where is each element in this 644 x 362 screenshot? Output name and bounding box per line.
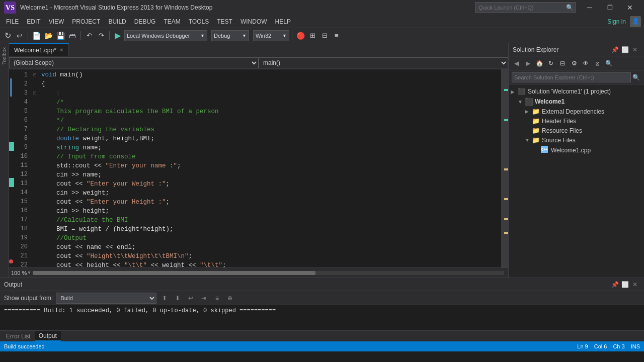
se-show-all-btn[interactable]: 👁 bbox=[580, 58, 591, 69]
collapse-btn-3[interactable]: ⊟ bbox=[31, 88, 38, 98]
debugger-chevron-icon: ▼ bbox=[200, 33, 205, 38]
toolbar-btn1[interactable]: ⊞ bbox=[307, 30, 318, 41]
bottom-tab-bar: Error List Output bbox=[0, 330, 644, 341]
toolbox-tab[interactable]: Toolbox bbox=[1, 45, 8, 66]
menu-item-test[interactable]: TEST bbox=[213, 17, 236, 27]
output-float-btn[interactable]: ⬜ bbox=[620, 280, 630, 290]
breakpoints-button[interactable]: 🔴 bbox=[295, 30, 306, 41]
bottom-panel: Output 📌 ⬜ ✕ Show output from: Build ⬆ ⬇… bbox=[0, 278, 644, 330]
se-refresh-btn[interactable]: ↻ bbox=[545, 58, 556, 69]
se-float-button[interactable]: ⬜ bbox=[620, 45, 630, 55]
folder-label: Resource Files bbox=[542, 127, 582, 134]
minimize-button[interactable]: ─ bbox=[580, 0, 600, 15]
zoom-value: 100 % bbox=[11, 270, 27, 276]
sign-in-link[interactable]: Sign in bbox=[603, 17, 630, 27]
search-area: 🔍 bbox=[475, 2, 576, 13]
menu-item-help[interactable]: HELP bbox=[271, 17, 295, 27]
tree-item-resource-files[interactable]: 📁 Resource Files bbox=[509, 126, 644, 135]
tree-item-solution[interactable]: ▶ ⬛ Solution 'Welcome1' (1 project) bbox=[509, 86, 644, 97]
output-tab-btn[interactable]: Output bbox=[35, 331, 61, 341]
tree-item-external-deps[interactable]: ▶ 📁 External Dependencies bbox=[509, 107, 644, 116]
debugger-dropdown[interactable]: Local Windows Debugger ▼ bbox=[124, 30, 207, 41]
se-home-btn[interactable]: 🏠 bbox=[534, 58, 545, 69]
folder-icon: 📁 bbox=[532, 127, 540, 134]
se-fwd-btn[interactable]: ▶ bbox=[522, 58, 533, 69]
ln-status: Ln 9 bbox=[577, 343, 588, 349]
se-pin-button[interactable]: 📌 bbox=[610, 45, 620, 55]
file-label: Welcome1.cpp bbox=[551, 147, 591, 154]
menu-item-build[interactable]: BUILD bbox=[104, 17, 130, 27]
code-content[interactable]: void main() { │ /* This program calculat… bbox=[38, 69, 501, 267]
quick-launch-input[interactable] bbox=[475, 2, 576, 13]
save-button[interactable]: 💾 bbox=[55, 30, 66, 41]
search-icon: 🔍 bbox=[566, 4, 574, 11]
refresh-button[interactable]: ↻ bbox=[2, 30, 13, 41]
config-dropdown[interactable]: Debug ▼ bbox=[211, 30, 249, 41]
vs-logo: VS bbox=[4, 2, 16, 14]
tab-close-icon[interactable]: ✕ bbox=[59, 47, 63, 53]
output-btn2[interactable]: ⬇ bbox=[173, 293, 183, 303]
output-btn6[interactable]: ⊕ bbox=[225, 293, 235, 303]
tree-item-header-files[interactable]: 📁 Header Files bbox=[509, 116, 644, 126]
menu-item-debug[interactable]: DEBUG bbox=[130, 17, 160, 27]
toolbar-btn3[interactable]: ≡ bbox=[331, 30, 342, 41]
menu-item-edit[interactable]: EDIT bbox=[23, 17, 44, 27]
menu-item-project[interactable]: PROJECT bbox=[68, 17, 104, 27]
status-bar: Build succeeded Ln 9 Col 6 Ch 3 INS bbox=[0, 341, 644, 351]
zoom-chevron-icon: ▼ bbox=[28, 270, 30, 276]
col-status: Col 6 bbox=[594, 343, 607, 349]
se-close-button[interactable]: ✕ bbox=[630, 45, 640, 55]
collapse-btn-1[interactable]: ⊟ bbox=[31, 70, 38, 79]
tree-item-source-files[interactable]: ▼ 📁 Source Files bbox=[509, 135, 644, 145]
output-close-btn[interactable]: ✕ bbox=[630, 280, 640, 290]
tab-bar: Welcome1.cpp* ✕ bbox=[9, 43, 508, 56]
output-btn3[interactable]: ↩ bbox=[186, 293, 196, 303]
se-filter-btn[interactable]: ⧖ bbox=[592, 58, 603, 69]
menu-item-file[interactable]: FILE bbox=[2, 17, 23, 27]
file-cpp-icon: C++ bbox=[541, 146, 549, 154]
toolbar-btn2[interactable]: ⊟ bbox=[319, 30, 330, 41]
output-btn4[interactable]: ⇥ bbox=[199, 293, 209, 303]
main-content: Toolbox Welcome1.cpp* ✕ (Global Scope) m… bbox=[0, 43, 644, 278]
editor-area: Welcome1.cpp* ✕ (Global Scope) main() bbox=[9, 43, 508, 278]
new-file-button[interactable]: 📄 bbox=[31, 30, 42, 41]
se-search-btn[interactable]: 🔍 bbox=[631, 72, 641, 82]
error-list-tab[interactable]: Error List bbox=[2, 332, 35, 341]
restore-button[interactable]: ❐ bbox=[600, 0, 620, 15]
redo-btn[interactable]: ↷ bbox=[96, 30, 107, 41]
output-btn1[interactable]: ⬆ bbox=[159, 293, 170, 303]
scope-dropdown[interactable]: (Global Scope) bbox=[9, 57, 259, 68]
se-back-btn[interactable]: ◀ bbox=[511, 58, 522, 69]
horizontal-scrollbar[interactable] bbox=[33, 271, 504, 275]
platform-chevron-icon: ▼ bbox=[282, 33, 287, 38]
se-preview-btn[interactable]: 🔍 bbox=[603, 58, 614, 69]
platform-dropdown[interactable]: Win32 ▼ bbox=[253, 30, 289, 41]
se-search-input[interactable] bbox=[512, 72, 631, 82]
close-button[interactable]: ✕ bbox=[620, 0, 640, 15]
tree-item-project[interactable]: ▼ ⬛ Welcome1 bbox=[509, 97, 644, 107]
menu-bar: FILE EDIT VIEW PROJECT BUILD DEBUG TEAM … bbox=[0, 15, 644, 28]
menu-item-tools[interactable]: TOOLS bbox=[185, 17, 213, 27]
tree-item-welcome1-cpp[interactable]: C++ Welcome1.cpp bbox=[509, 145, 644, 155]
output-source-dropdown[interactable]: Build bbox=[56, 293, 156, 304]
menu-item-window[interactable]: WINDOW bbox=[236, 17, 271, 27]
save-all-button[interactable]: 🗃 bbox=[67, 30, 78, 41]
output-pin-btn[interactable]: 📌 bbox=[610, 280, 620, 290]
folder-icon: 📁 bbox=[532, 136, 540, 144]
output-btn5[interactable]: ≡ bbox=[212, 293, 222, 303]
se-properties-btn[interactable]: ⚙ bbox=[569, 58, 580, 69]
zoom-dropdown[interactable]: 100 % ▼ bbox=[11, 270, 31, 276]
solution-icon: ⬛ bbox=[518, 87, 526, 96]
undo-btn2[interactable]: ↶ bbox=[84, 30, 95, 41]
tab-welcome1[interactable]: Welcome1.cpp* ✕ bbox=[9, 43, 69, 56]
expand-icon: ▼ bbox=[518, 99, 525, 105]
menu-item-view[interactable]: VIEW bbox=[45, 17, 68, 27]
func-dropdown[interactable]: main() bbox=[259, 57, 508, 68]
se-collapse-btn[interactable]: ⊟ bbox=[557, 58, 568, 69]
debugger-label: Local Windows Debugger bbox=[127, 33, 198, 39]
start-debug-button[interactable]: ▶ bbox=[112, 30, 123, 41]
undo-button[interactable]: ↩ bbox=[14, 30, 25, 41]
open-button[interactable]: 📂 bbox=[43, 30, 54, 41]
menu-item-team[interactable]: TEAM bbox=[159, 17, 184, 27]
code-editor[interactable]: 12345 678910 1112131415 1617181920 21222… bbox=[9, 69, 508, 267]
